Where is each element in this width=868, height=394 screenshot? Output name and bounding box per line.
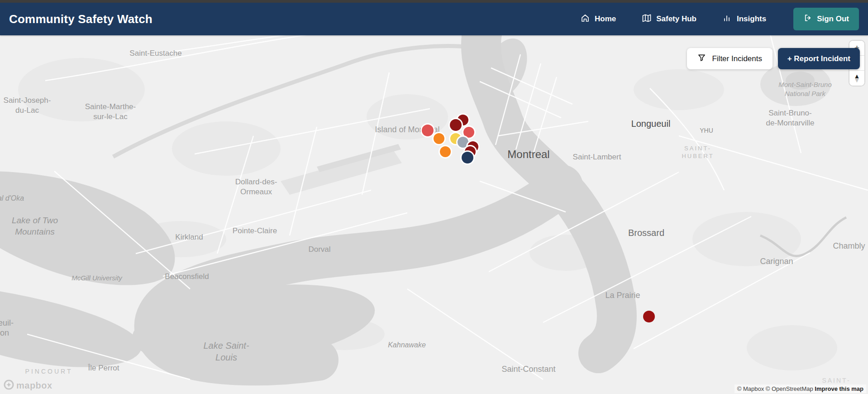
app-title: Community Safety Watch: [9, 12, 153, 26]
nav-item-label: Safety Hub: [656, 14, 696, 24]
map-canvas[interactable]: Saint-EustacheSaint-Joseph- du-LacSainte…: [0, 35, 868, 394]
osm-attribution-link[interactable]: © OpenStreetMap: [766, 385, 813, 392]
bar-chart-icon: [723, 14, 732, 25]
incident-marker[interactable]: [643, 311, 655, 322]
sign-out-label: Sign Out: [817, 14, 849, 24]
incident-markers-layer: [0, 35, 868, 394]
incident-marker[interactable]: [450, 119, 462, 131]
incident-marker[interactable]: [434, 133, 444, 144]
page: { "app": { "title": "Community Safety Wa…: [0, 0, 868, 394]
nav-item-label: Home: [595, 14, 616, 24]
browser-top-strip: [0, 0, 868, 3]
map-icon: [642, 14, 651, 25]
report-incident-label: + Report Incident: [787, 54, 850, 63]
nav-item-home[interactable]: Home: [581, 14, 616, 25]
funnel-icon: [697, 53, 706, 64]
header: Community Safety Watch Home Safety Hub I…: [0, 3, 868, 35]
mapbox-logo[interactable]: mapbox: [4, 380, 52, 392]
map-attribution: © Mapbox © OpenStreetMap Improve this ma…: [734, 384, 866, 393]
mapbox-logo-icon: [4, 380, 14, 392]
incident-marker[interactable]: [440, 146, 451, 157]
incident-marker[interactable]: [422, 125, 434, 136]
filter-incidents-button[interactable]: Filter Incidents: [687, 48, 773, 69]
improve-map-link[interactable]: Improve this map: [815, 385, 863, 392]
nav-item-safety-hub[interactable]: Safety Hub: [642, 14, 696, 25]
main-nav: Home Safety Hub Insights Sign Out: [581, 8, 859, 30]
mapbox-logo-text: mapbox: [16, 380, 52, 391]
incident-marker[interactable]: [462, 152, 473, 163]
logout-icon: [803, 14, 812, 24]
nav-item-insights[interactable]: Insights: [723, 14, 766, 25]
incident-marker[interactable]: [463, 127, 474, 138]
compass-button[interactable]: ▲ ▼: [849, 71, 864, 86]
report-incident-button[interactable]: + Report Incident: [778, 48, 860, 69]
sign-out-button[interactable]: Sign Out: [793, 8, 859, 30]
mapbox-attribution-link[interactable]: © Mapbox: [737, 385, 764, 392]
filter-incidents-label: Filter Incidents: [712, 54, 762, 63]
incident-marker[interactable]: [458, 137, 468, 148]
home-icon: [581, 14, 590, 25]
compass-south-icon: ▼: [854, 78, 860, 82]
nav-item-label: Insights: [737, 14, 766, 24]
